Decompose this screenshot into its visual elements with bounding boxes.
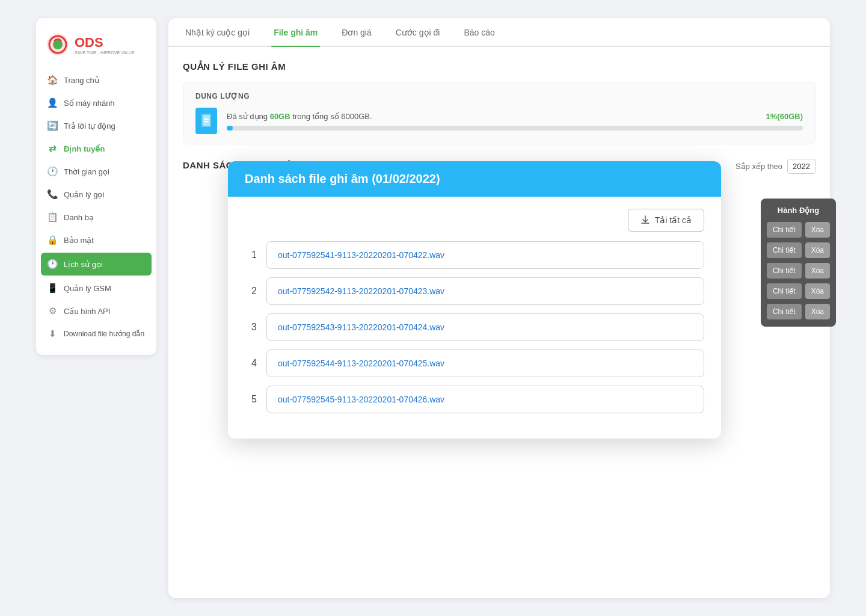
file-number: 2 (245, 286, 257, 297)
storage-info: Đã sử dụng 60GB trong tổng số 6000GB. 1%… (195, 108, 803, 134)
sidebar-item-download-file[interactable]: ⬇ Download file hướng dẫn (36, 322, 156, 345)
phone-icon: 📞 (47, 189, 58, 200)
action-row-4: Chi tiết Xóa (767, 283, 830, 299)
delete-button-3[interactable]: Xóa (805, 263, 830, 279)
svg-rect-5 (204, 119, 209, 120)
tabs-bar: Nhật ký cuộc gọi File ghi âm Đơn giá Cướ… (168, 18, 830, 47)
file-link-5[interactable]: out-077592545-9113-20220201-070426.wav (266, 386, 704, 413)
delete-button-1[interactable]: Xóa (805, 222, 830, 238)
tab-cuoc-goi-di[interactable]: Cước gọi đi (393, 18, 443, 46)
file-link-1[interactable]: out-077592541-9113-20220201-070422.wav (266, 241, 704, 269)
sidebar-item-label: Download file hướng dẫn (64, 330, 144, 338)
sidebar-item-lich-su-goi[interactable]: 🕐 Lịch sử gọi (41, 253, 152, 276)
sidebar-item-quan-ly-goi[interactable]: 📞 Quản lý gọi (36, 183, 156, 206)
action-row-1: Chi tiết Xóa (767, 222, 830, 238)
home-icon: 🏠 (47, 75, 58, 85)
api-icon: ⚙ (47, 306, 58, 316)
tab-file-ghi-am[interactable]: File ghi âm (271, 18, 320, 46)
page-title: QUẢN LÝ FILE GHI ÂM (183, 61, 815, 72)
detail-button-3[interactable]: Chi tiết (767, 263, 802, 279)
user-icon: 👤 (47, 97, 58, 108)
download-icon: ⬇ (47, 328, 58, 339)
sidebar-item-label: Bảo mật (64, 236, 94, 245)
sidebar: ODS SAVE TIME - IMPROVE VALUE 🏠 Trang ch… (36, 18, 156, 355)
sidebar-navigation: 🏠 Trang chủ 👤 Số máy nhánh 🔄 Trả lời tự … (36, 69, 156, 345)
file-row-5: 5 out-077592545-9113-20220201-070426.wav (245, 386, 704, 413)
storage-section: DUNG LƯỢNG Đã sử dụng 60GB trong tổng số… (183, 82, 815, 144)
sidebar-item-label: Quản lý GSM (64, 284, 111, 293)
file-row-3: 3 out-077592543-9113-20220201-070424.wav (245, 313, 704, 341)
sidebar-item-so-may-nhanh[interactable]: 👤 Số máy nhánh (36, 91, 156, 114)
download-all-row: Tải tất cả (245, 209, 704, 232)
detail-button-5[interactable]: Chi tiết (767, 304, 802, 319)
logo: ODS SAVE TIME - IMPROVE VALUE (36, 28, 156, 69)
autoresponse-icon: 🔄 (47, 120, 58, 131)
ods-logo-icon (46, 32, 70, 57)
sidebar-item-danh-ba[interactable]: 📋 Danh bạ (36, 206, 156, 229)
file-number: 5 (245, 394, 257, 405)
storage-prefix: Đã sử dụng (227, 112, 270, 121)
file-number: 4 (245, 358, 257, 369)
sidebar-item-trang-chu[interactable]: 🏠 Trang chủ (36, 69, 156, 91)
sidebar-item-label: Trang chủ (64, 76, 99, 85)
detail-button-1[interactable]: Chi tiết (767, 222, 802, 238)
sidebar-item-label: Lịch sử gọi (64, 260, 103, 269)
svg-rect-6 (204, 121, 209, 122)
download-all-label: Tải tất cả (655, 215, 692, 225)
logo-tagline: SAVE TIME - IMPROVE VALUE (75, 51, 135, 55)
dialog-card: Danh sách file ghi âm (01/02/2022) Tải t… (228, 161, 721, 439)
tab-bao-cao[interactable]: Báo cáo (461, 18, 497, 46)
contacts-icon: 📋 (47, 212, 58, 223)
storage-used: 60GB (270, 112, 290, 121)
clock-icon: 🕐 (47, 166, 58, 177)
dialog-body: Tải tất cả 1 out-077592541-9113-20220201… (228, 197, 721, 439)
download-all-icon (640, 215, 650, 225)
delete-button-4[interactable]: Xóa (805, 283, 830, 299)
file-number: 3 (245, 322, 257, 333)
download-all-button[interactable]: Tải tất cả (628, 209, 704, 232)
storage-label: DUNG LƯỢNG (195, 92, 803, 100)
sidebar-item-label: Định tuyến (64, 144, 105, 153)
delete-button-2[interactable]: Xóa (805, 242, 830, 258)
storage-icon (195, 108, 217, 134)
delete-button-5[interactable]: Xóa (805, 304, 830, 319)
sort-label: Sắp xếp theo (735, 162, 782, 171)
detail-button-2[interactable]: Chi tiết (767, 242, 802, 258)
storage-suffix: trong tổng số 6000GB. (290, 112, 372, 121)
action-row-3: Chi tiết Xóa (767, 263, 830, 279)
sidebar-item-label: Quản lý gọi (64, 190, 104, 199)
storage-text: Đã sử dụng 60GB trong tổng số 6000GB. 1%… (227, 112, 803, 121)
file-row-2: 2 out-077592542-9113-20220201-070423.wav (245, 277, 704, 305)
routing-icon: ⇄ (47, 143, 58, 154)
sidebar-item-cau-hinh-api[interactable]: ⚙ Cấu hình API (36, 300, 156, 322)
storage-bar-fill (227, 126, 233, 131)
file-link-3[interactable]: out-077592543-9113-20220201-070424.wav (266, 313, 704, 341)
logo-ods: ODS (75, 35, 103, 51)
sidebar-item-label: Cấu hình API (64, 307, 110, 316)
sidebar-item-label: Số máy nhánh (64, 99, 115, 108)
sidebar-item-bao-mat[interactable]: 🔒 Bảo mật (36, 229, 156, 251)
svg-rect-4 (203, 115, 210, 126)
sidebar-item-label: Thời gian gọi (64, 167, 109, 176)
sort-value: 2022 (787, 159, 815, 174)
tab-don-gia[interactable]: Đơn giá (339, 18, 373, 46)
file-row-4: 4 out-077592544-9113-20220201-070425.wav (245, 350, 704, 377)
tab-nhat-ky[interactable]: Nhật ký cuộc gọi (183, 18, 252, 46)
file-link-4[interactable]: out-077592544-9113-20220201-070425.wav (266, 350, 704, 377)
dialog-title: Danh sách file ghi âm (01/02/2022) (245, 172, 704, 186)
sidebar-item-quan-ly-gsm[interactable]: 📱 Quản lý GSM (36, 277, 156, 300)
sidebar-item-dinh-tuyen[interactable]: ⇄ Định tuyến (36, 137, 156, 160)
storage-percent-text: 1%(60GB) (766, 112, 803, 121)
sidebar-item-tra-loi-tu-dong[interactable]: 🔄 Trả lời tự động (36, 114, 156, 137)
sidebar-item-thoi-gian-goi[interactable]: 🕐 Thời gian gọi (36, 160, 156, 183)
file-number: 1 (245, 250, 257, 260)
detail-button-4[interactable]: Chi tiết (767, 283, 802, 299)
file-link-2[interactable]: out-077592542-9113-20220201-070423.wav (266, 277, 704, 305)
file-row-1: 1 out-077592541-9113-20220201-070422.wav (245, 241, 704, 269)
dialog-header: Danh sách file ghi âm (01/02/2022) (228, 161, 721, 197)
action-row-2: Chi tiết Xóa (767, 242, 830, 258)
sidebar-item-label: Danh bạ (64, 213, 94, 222)
sort-row: Sắp xếp theo 2022 (735, 159, 815, 174)
history-icon: 🕐 (47, 259, 58, 270)
action-column-header: Hành Động (767, 206, 830, 215)
